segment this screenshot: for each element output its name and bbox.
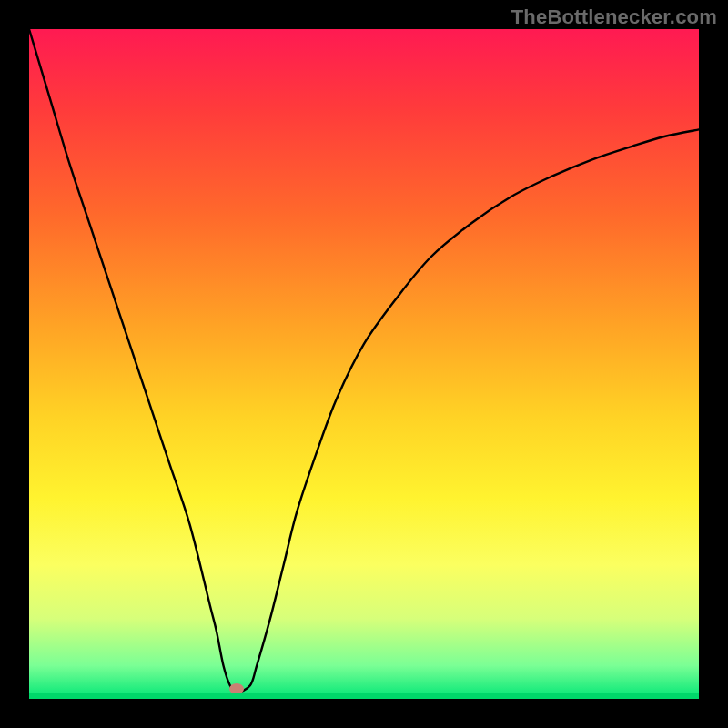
plot-area [29, 29, 699, 699]
bottleneck-curve [29, 29, 699, 699]
watermark-text: TheBottlenecker.com [511, 5, 717, 29]
chart-container: TheBottlenecker.com [0, 0, 728, 728]
optimal-point-marker [229, 683, 244, 694]
